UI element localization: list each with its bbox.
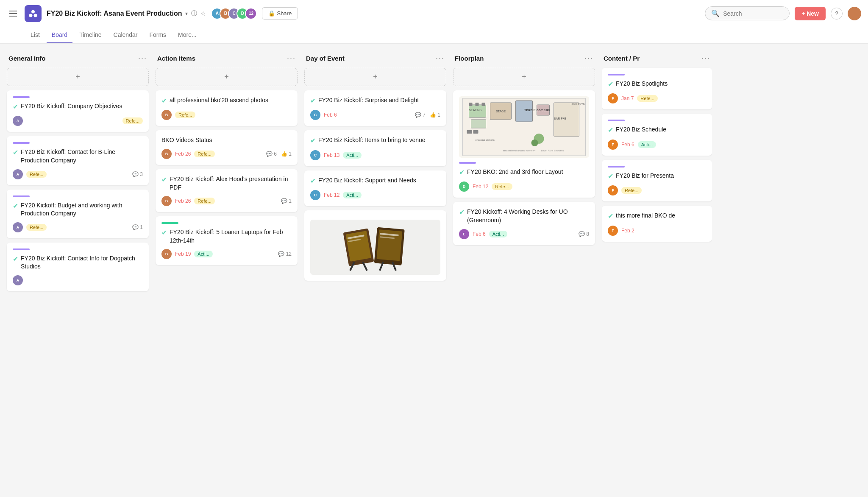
card[interactable]: ✔ FY20 Kickoff: 4 Working Desks for UO (… [453,202,595,245]
comment-count: 💬 6 [266,151,277,157]
card-tag[interactable]: Acti... [489,231,508,237]
search-box[interactable]: 🔍 [705,6,790,20]
card-tag[interactable]: Refe... [194,198,214,204]
card[interactable]: ✔ all professional bko'20 ascend photos … [156,90,298,126]
add-card-button[interactable]: + [304,68,446,86]
member-avatars[interactable]: A B C D 12 [211,8,257,20]
avatar: D [459,181,469,192]
add-card-button[interactable]: + [453,68,595,86]
star-icon[interactable]: ☆ [200,10,206,17]
card-tag[interactable]: Refe... [26,171,47,178]
card-meta: B Feb 19 Acti... [161,249,213,259]
card[interactable]: ✔ FY20 Biz Kickoff: Items to bring to ve… [304,130,446,166]
check-icon: ✔ [13,201,18,211]
add-card-button[interactable]: + [7,68,149,86]
card[interactable]: ✔ FY20 Biz Kickoff: Support and Needs C … [304,170,446,206]
card-stats: 💬 8 [579,231,589,237]
tab-forms[interactable]: Forms [144,27,171,43]
card[interactable]: BKO Videos Status B Feb 26 Refe... 💬 6 👍… [156,130,298,165]
card[interactable]: ✔ FY20 Biz Kickoff: Surprise and Delight… [304,90,446,126]
tab-more[interactable]: More... [173,27,202,43]
avatar: A [13,275,23,285]
card[interactable]: ✔ FY20 Biz Kickoff: Contact for B-Line P… [7,136,149,185]
card-meta: F Feb 2 [608,226,634,236]
card-meta: E Feb 6 Acti... [459,229,507,239]
card-color-bar [608,120,625,121]
like-count: 👍 1 [430,112,440,118]
svg-rect-33 [473,130,479,134]
card-title: ✔ all professional bko'20 ascend photos [161,96,292,106]
card[interactable]: ✔ FY20 Biz Kickoff: Company Objectives A… [7,90,149,132]
tab-timeline[interactable]: Timeline [74,27,106,43]
card-title: ✔ FY20 Biz Spotlights [608,80,706,89]
column-menu-button[interactable]: ··· [287,54,296,63]
card-meta: F Refe... [608,185,642,195]
card-tag[interactable]: Refe... [194,151,214,157]
like-count: 👍 1 [281,151,292,157]
column-menu-button[interactable]: ··· [436,54,445,63]
card[interactable]: ✔ FY20 Biz Kickoff: Alex Hood's presenta… [156,169,298,212]
card-footer: C Feb 6 💬 7 👍 1 [310,110,440,120]
svg-text:HIGH BOYS: HIGH BOYS [571,103,585,105]
board: General Info ··· + ✔ FY20 Biz Kickoff: C… [0,44,868,490]
column-content-pr: Content / Pr ··· ✔ FY20 Biz Spotlights F… [602,54,712,246]
svg-text:stacked end-around room #4: stacked end-around room #4 [503,149,536,152]
column-menu-button[interactable]: ··· [138,54,147,63]
svg-text:SEATING: SEATING [469,109,481,112]
help-button[interactable]: ? [831,8,843,20]
card[interactable]: ✔ FY20 Biz Schedule F Feb 6 Acti... [602,114,712,155]
card-footer: B Feb 26 Refe... 💬 1 [161,196,292,206]
card[interactable]: ✔ this more final BKO de F Feb 2 [602,206,712,241]
new-button[interactable]: + New [795,7,826,20]
share-button[interactable]: 🔒 Share [262,7,298,20]
card[interactable]: ✔ FY20 Biz for Presenta F Refe... [602,160,712,201]
column-menu-button[interactable]: ··· [584,54,593,63]
card-footer: A Refe... [13,116,143,126]
nav-tabs: List Board Timeline Calendar Forms More.… [0,27,868,44]
card-tag[interactable]: Acti... [194,251,213,257]
user-avatar[interactable] [848,7,861,20]
card-color-bar [608,166,625,168]
card-tag[interactable]: Acti... [343,192,362,198]
avatar: F [608,185,618,195]
tab-list[interactable]: List [25,27,45,43]
column-menu-button[interactable]: ··· [701,54,710,63]
card-color-bar [459,162,476,164]
card[interactable]: ✔ FY20 Biz Kickoff: 5 Loaner Laptops for… [156,216,298,265]
avatar: C [310,190,320,200]
check-icon: ✔ [608,126,613,135]
card-with-floorplan[interactable]: SEATING STAGE BAR F+B Third Floor: 100 H… [453,90,595,198]
add-card-button[interactable]: + [156,68,298,86]
card-tag[interactable]: Refe... [175,112,195,118]
card-meta: C Feb 12 Acti... [310,190,362,200]
column-title: Day of Event [306,55,345,62]
card-tag[interactable]: Acti... [638,141,657,148]
card-tag[interactable]: Acti... [343,152,362,159]
card-date: Feb 12 [473,184,488,190]
hamburger-button[interactable] [7,8,19,19]
avatar: A [13,222,23,232]
card-meta: A Refe... [13,169,47,179]
card-meta: B Feb 26 Refe... [161,196,215,206]
card[interactable]: ✔ FY20 Biz Spotlights F Jan 7 Refe... [602,68,712,109]
check-icon: ✔ [13,102,18,112]
avatar: A [13,116,23,126]
card[interactable]: ✔ FY20 Kickoff: Budget and working with … [7,190,149,238]
card-tag[interactable]: Refe... [637,95,657,102]
card-with-image[interactable] [304,210,446,281]
card-footer: F Feb 6 Acti... [608,140,706,150]
card-tag[interactable]: Refe... [26,224,47,231]
tab-calendar[interactable]: Calendar [108,27,143,43]
card-tag[interactable]: Refe... [122,117,143,124]
check-icon: ✔ [161,96,167,106]
chevron-down-icon[interactable]: ▾ [185,11,188,17]
card-tag[interactable]: Refe... [492,183,512,190]
card-meta: B Feb 26 Refe... [161,149,215,159]
avatar: F [608,93,618,103]
card-tag[interactable]: Refe... [621,187,642,194]
tab-board[interactable]: Board [47,27,72,43]
search-input[interactable] [723,10,782,17]
member-count[interactable]: 12 [245,8,257,20]
info-icon[interactable]: ⓘ [191,10,197,17]
card[interactable]: ✔ FY20 Biz Kickoff: Contact Info for Dog… [7,243,149,291]
